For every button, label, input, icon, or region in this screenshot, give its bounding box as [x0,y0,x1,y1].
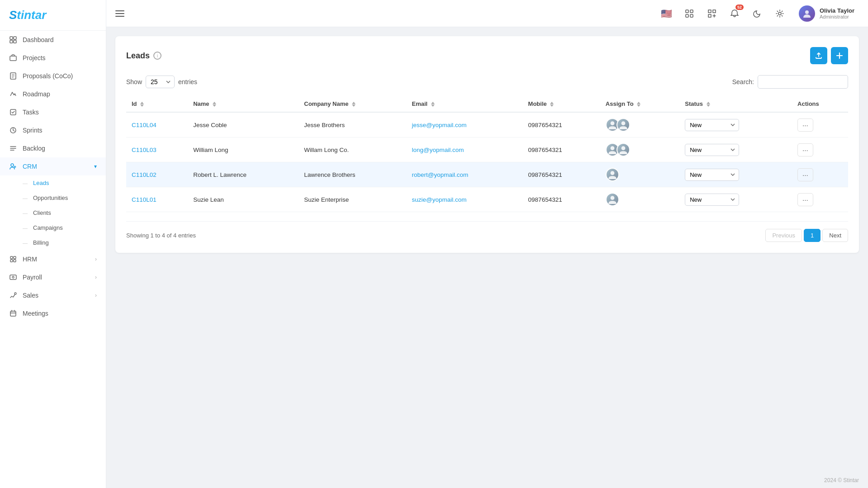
leads-table: Id Name Company Name Email [126,96,848,212]
sidebar-item-leads[interactable]: Leads [0,175,106,190]
lead-action-menu-button-C110L04[interactable]: ··· [797,118,813,132]
roadmap-icon [9,90,17,98]
upload-button[interactable] [810,47,827,64]
sidebar-item-proposals[interactable]: Proposals (CoCo) [0,67,106,85]
page-1-button[interactable]: 1 [804,229,821,242]
sidebar-item-clients[interactable]: Clients [0,205,106,220]
lead-status-select-C110L01[interactable]: New In Progress Converted Closed [685,194,739,206]
lead-action-menu-button-C110L03[interactable]: ··· [797,143,813,156]
svg-rect-1 [14,37,16,39]
menu-toggle-button[interactable] [115,10,124,17]
footer: 2024 © Stintar [106,473,868,488]
lead-company: Lawrence Brothers [299,162,406,187]
lead-email[interactable]: suzie@yopmail.com [412,196,467,203]
sidebar-item-projects-label: Projects [23,54,46,62]
grid-plus-button[interactable] [704,5,720,22]
lead-status-select-C110L02[interactable]: New In Progress Converted Closed [685,169,739,181]
sort-assign-icon[interactable] [637,102,640,107]
sort-status-icon[interactable] [707,102,710,107]
notification-button[interactable]: 52 [726,5,743,22]
lead-name: Jesse Coble [188,112,299,137]
search-area: Search: [732,75,848,89]
next-page-button[interactable]: Next [822,229,848,242]
add-lead-button[interactable] [831,47,848,64]
lead-status-cell: New In Progress Converted Closed [679,162,792,187]
sidebar-item-sprints[interactable]: Sprints [0,121,106,139]
user-avatar [799,5,815,22]
sort-id-icon[interactable] [140,102,144,107]
search-label: Search: [732,78,754,85]
apps-button[interactable] [681,5,697,22]
lead-assign-to [600,162,679,187]
meetings-icon [9,309,17,317]
lead-status-select-C110L03[interactable]: New In Progress Converted Closed [685,144,739,156]
svg-rect-13 [10,275,16,280]
sidebar-item-payroll[interactable]: Payroll › [0,268,106,286]
lead-assign-to [600,112,679,137]
search-input[interactable] [758,75,848,89]
lead-email[interactable]: long@yopmail.com [412,147,464,153]
sidebar-item-campaigns[interactable]: Campaigns [0,220,106,235]
flag-button[interactable]: 🇺🇸 [659,5,675,22]
sidebar-item-hrm[interactable]: HRM › [0,250,106,268]
lead-id-C110L01[interactable]: C110L01 [132,196,157,203]
sidebar-item-dashboard[interactable]: Dashboard [0,31,106,49]
sidebar-item-billing[interactable]: Billing [0,235,106,250]
avatar-group [606,118,674,132]
sidebar-item-meetings[interactable]: Meetings [0,304,106,322]
sidebar-item-sprints-label: Sprints [23,127,43,134]
lead-status-cell: New In Progress Converted Closed [679,112,792,137]
apps-icon [685,9,693,18]
upload-icon [815,52,822,59]
show-entries-area: Show 10 25 50 100 entries [126,76,197,88]
leads-card: Leads i [115,36,859,253]
grid-plus-icon [708,9,716,18]
sidebar-item-projects[interactable]: Projects [0,49,106,67]
lead-action-menu-button-C110L01[interactable]: ··· [797,193,813,206]
entries-per-page-select[interactable]: 10 25 50 100 [146,76,175,88]
user-profile-area[interactable]: Olivia Taylor Administrator [794,3,859,24]
sidebar-item-opportunities-label: Opportunities [33,194,68,201]
sidebar-item-crm-label: CRM [23,163,37,170]
lead-email[interactable]: robert@yopmail.com [412,171,469,178]
lead-status-cell: New In Progress Converted Closed [679,187,792,212]
dashboard-icon [9,36,17,44]
notification-icon [730,9,739,18]
sort-company-icon[interactable] [352,102,356,107]
sort-name-icon[interactable] [213,102,216,107]
info-icon[interactable]: i [153,52,161,60]
sidebar-nav: Dashboard Projects Proposals (CoCo) [0,31,106,322]
sidebar-item-opportunities[interactable]: Opportunities [0,190,106,205]
avatar-group [606,193,674,206]
lead-mobile: 0987654321 [523,162,600,187]
sidebar-item-sales[interactable]: Sales › [0,286,106,304]
svg-rect-0 [10,37,13,39]
svg-point-21 [778,12,781,15]
sidebar-item-backlog[interactable]: Backlog [0,139,106,157]
sidebar-item-roadmap[interactable]: Roadmap [0,85,106,103]
col-email: Email [407,96,523,112]
payroll-chevron-icon: › [95,274,97,280]
theme-toggle-button[interactable] [749,5,765,22]
projects-icon [9,54,17,62]
lead-action-menu-button-C110L02[interactable]: ··· [797,168,813,181]
sort-email-icon[interactable] [431,102,435,107]
lead-id-C110L04[interactable]: C110L04 [132,122,157,128]
lead-email[interactable]: jesse@yopmail.com [412,122,467,128]
sidebar-item-tasks[interactable]: Tasks [0,103,106,121]
sidebar-item-backlog-label: Backlog [23,145,45,152]
col-mobile: Mobile [523,96,600,112]
lead-id-C110L02[interactable]: C110L02 [132,171,157,178]
lead-id-C110L03[interactable]: C110L03 [132,147,157,153]
previous-page-button[interactable]: Previous [765,229,802,242]
sprints-icon [9,126,17,134]
main-area: 🇺🇸 52 [106,0,868,488]
sort-mobile-icon[interactable] [550,102,554,107]
table-header: Id Name Company Name Email [126,96,848,112]
lead-status-select-C110L04[interactable]: New In Progress Converted Closed [685,119,739,131]
sidebar-item-crm[interactable]: CRM ▾ [0,157,106,175]
pagination-controls: Previous 1 Next [765,229,848,242]
col-id: Id [126,96,188,112]
settings-button[interactable] [772,5,788,22]
sidebar-item-hrm-label: HRM [23,256,37,263]
